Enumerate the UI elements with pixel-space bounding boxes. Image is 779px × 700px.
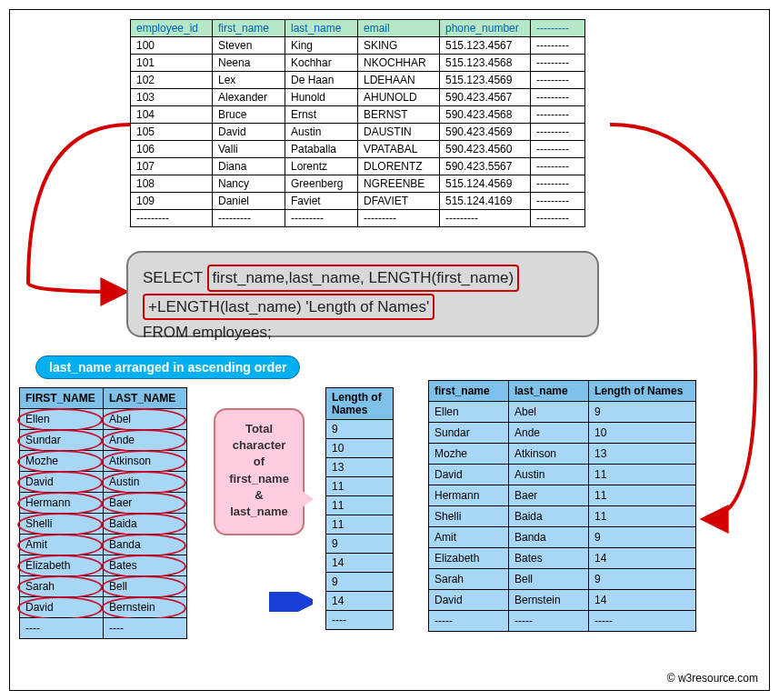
cell: Atkinson xyxy=(509,444,589,465)
cell: David xyxy=(429,590,509,611)
cell: 108 xyxy=(131,175,213,193)
cell: 14 xyxy=(589,548,696,569)
cell: Hermann xyxy=(20,493,104,514)
result-body: EllenAbel9SundarAnde10MozheAtkinson13Dav… xyxy=(429,402,696,632)
cell: 590.423.5567 xyxy=(440,158,531,175)
cell: 100 xyxy=(131,37,213,55)
table-row: 13 xyxy=(326,458,394,477)
cell: --------- xyxy=(358,210,440,227)
table-header-row: first_name last_name Length of Names xyxy=(429,381,696,402)
cell: Mozhe xyxy=(429,444,509,465)
cell: 10 xyxy=(326,439,394,458)
cell: --------- xyxy=(531,124,585,141)
top-table-body: 100StevenKingSKING515.123.4567---------1… xyxy=(131,37,585,227)
col-length: Length ofNames xyxy=(326,388,394,420)
cell: 14 xyxy=(326,554,394,573)
cell: Bernstein xyxy=(104,597,187,618)
cell: Sundar xyxy=(429,423,509,444)
cell: AHUNOLD xyxy=(358,89,440,106)
sql-highlight-1: first_name,last_name, LENGTH(first_name) xyxy=(207,265,520,292)
cell: BERNST xyxy=(358,106,440,124)
cell: Banda xyxy=(509,527,589,548)
cell: Banda xyxy=(104,535,187,555)
cell: 104 xyxy=(131,106,213,124)
cell: 11 xyxy=(589,506,696,527)
cell: Sarah xyxy=(20,576,104,597)
col-last-name: last_name xyxy=(509,381,589,402)
cell: Bruce xyxy=(213,106,285,124)
cell: Shelli xyxy=(429,506,509,527)
cell: Faviet xyxy=(285,193,358,210)
table-row: 105DavidAustinDAUSTIN590.423.4569-------… xyxy=(131,124,585,141)
table-row: DavidAustin11 xyxy=(429,465,696,485)
cell: --------- xyxy=(531,158,585,175)
cell: ---- xyxy=(104,618,187,639)
employees-sample-table: employee_id first_name last_name email p… xyxy=(130,19,585,227)
table-row: --------------- xyxy=(429,611,696,632)
table-row: 101NeenaKochharNKOCHHAR515.123.4568-----… xyxy=(131,55,585,72)
cell: 103 xyxy=(131,89,213,106)
cell: Austin xyxy=(285,124,358,141)
cell: Bell xyxy=(104,576,187,597)
cell: Sundar xyxy=(20,430,104,451)
table-row: 103AlexanderHunoldAHUNOLD590.423.4567---… xyxy=(131,89,585,106)
table-row: -------- xyxy=(20,618,187,639)
callout-line: first_name xyxy=(229,472,289,485)
cell: Austin xyxy=(104,472,187,493)
cell: 9 xyxy=(326,535,394,554)
cell: Valli xyxy=(213,141,285,158)
table-row: AmitBanda xyxy=(20,535,187,555)
table-row: 14 xyxy=(326,554,394,573)
cell: Mozhe xyxy=(20,451,104,472)
credit-text: © w3resource.com xyxy=(667,672,758,685)
cell: --------- xyxy=(531,193,585,210)
cell: Baida xyxy=(509,506,589,527)
table-row: 107DianaLorentzDLORENTZ590.423.5567-----… xyxy=(131,158,585,175)
cell: Greenberg xyxy=(285,175,358,193)
length-explanation-callout: Total character of first_name & last_nam… xyxy=(214,408,305,535)
cell: Ande xyxy=(104,430,187,451)
table-row: 108NancyGreenbergNGREENBE515.124.4569---… xyxy=(131,175,585,193)
cell: 14 xyxy=(589,590,696,611)
col-employee-id: employee_id xyxy=(131,20,213,37)
table-row: DavidAustin xyxy=(20,472,187,493)
cell: 13 xyxy=(326,458,394,477)
cell: Kochhar xyxy=(285,55,358,72)
table-row: MozheAtkinson13 xyxy=(429,444,696,465)
cell: Lorentz xyxy=(285,158,358,175)
diagram-stage: employee_id first_name last_name email p… xyxy=(9,9,770,691)
cell: ----- xyxy=(509,611,589,632)
cell: Diana xyxy=(213,158,285,175)
table-row: ShelliBaida xyxy=(20,514,187,535)
cell: --------- xyxy=(285,210,358,227)
ordering-caption: last_name arranged in ascending order xyxy=(35,355,300,379)
cell: Austin xyxy=(509,465,589,485)
cell: --------- xyxy=(440,210,531,227)
table-row: 11 xyxy=(326,515,394,535)
cell: David xyxy=(20,472,104,493)
table-row: 102LexDe HaanLDEHAAN515.123.4569--------… xyxy=(131,72,585,89)
cell: 9 xyxy=(326,573,394,592)
cell: ----- xyxy=(429,611,509,632)
table-row: 104BruceErnstBERNST590.423.4568--------- xyxy=(131,106,585,124)
col-last-name: LAST_NAME xyxy=(104,388,187,409)
cell: 9 xyxy=(589,402,696,423)
cell: Ellen xyxy=(20,409,104,430)
cell: Sarah xyxy=(429,569,509,590)
table-row: ShelliBaida11 xyxy=(429,506,696,527)
cell: 106 xyxy=(131,141,213,158)
cell: 515.124.4169 xyxy=(440,193,531,210)
cell: Bernstein xyxy=(509,590,589,611)
table-header-row: employee_id first_name last_name email p… xyxy=(131,20,585,37)
table-row: 100StevenKingSKING515.123.4567--------- xyxy=(131,37,585,55)
col-phone: phone_number xyxy=(440,20,531,37)
col-email: email xyxy=(358,20,440,37)
cell: 11 xyxy=(589,465,696,485)
cell: 9 xyxy=(589,569,696,590)
cell: Elizabeth xyxy=(20,555,104,576)
cell: 107 xyxy=(131,158,213,175)
cell: Neena xyxy=(213,55,285,72)
table-row: SundarAnde xyxy=(20,430,187,451)
cell: Pataballa xyxy=(285,141,358,158)
cell: NGREENBE xyxy=(358,175,440,193)
